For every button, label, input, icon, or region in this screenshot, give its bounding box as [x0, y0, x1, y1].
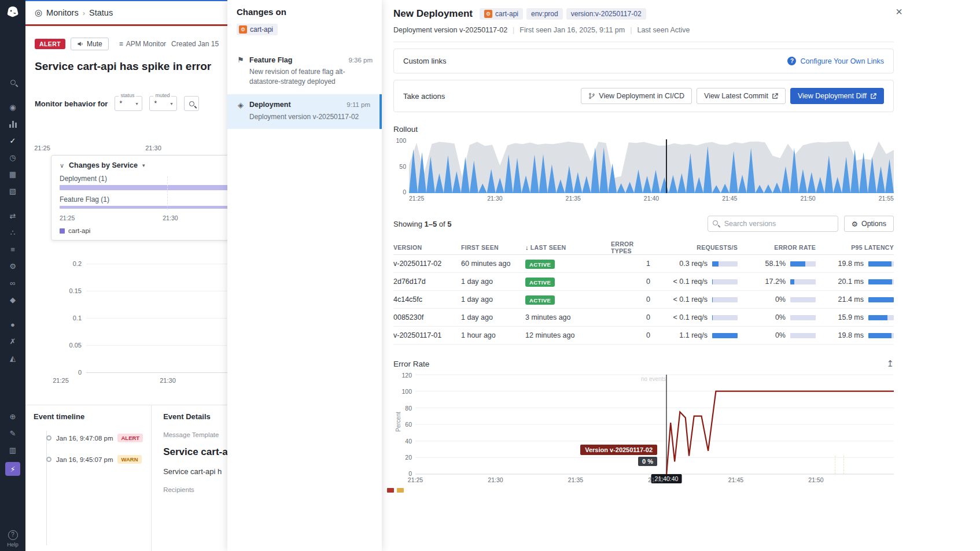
- status-filter-select[interactable]: status * ▾: [115, 96, 142, 111]
- metrics-icon[interactable]: [6, 119, 19, 129]
- breadcrumb-monitors[interactable]: Monitors: [46, 8, 79, 17]
- service-map-icon[interactable]: ∴: [6, 228, 19, 238]
- col-error-rate[interactable]: ERROR RATE: [738, 244, 816, 251]
- watchdog-icon[interactable]: ◉: [6, 102, 19, 112]
- version-cell[interactable]: v-20250117-01: [393, 331, 461, 339]
- col-error-types[interactable]: ERROR TYPES: [611, 241, 650, 254]
- error-rate-plot-area[interactable]: no events Version v-20250117-02 0 %: [415, 375, 894, 474]
- version-cell[interactable]: 0085230f: [393, 313, 461, 321]
- table-row[interactable]: v-20250117-01 1 hour ago 12 minutes ago …: [393, 327, 894, 345]
- help-button[interactable]: ? Help: [0, 530, 25, 548]
- service-tag[interactable]: ⚙ cart-api: [480, 8, 523, 20]
- software-delivery-icon[interactable]: ⚡: [5, 462, 20, 476]
- mute-button[interactable]: Mute: [71, 38, 109, 50]
- requests-bar: [712, 297, 738, 302]
- synthetics-icon[interactable]: ∞: [6, 278, 19, 288]
- divider: |: [513, 26, 514, 34]
- table-row[interactable]: 0085230f 1 day ago 3 minutes ago 0 < 0.1…: [393, 309, 894, 327]
- col-first-seen[interactable]: FIRST SEEN: [461, 244, 525, 251]
- error-rate-bar: [790, 261, 816, 267]
- version-tag[interactable]: version:v-20250117-02: [566, 8, 646, 20]
- env-tag[interactable]: env:prod: [526, 8, 563, 20]
- timeline-event[interactable]: Jan 16, 9:45:07 pm WARN: [46, 455, 143, 464]
- col-requests[interactable]: REQUESTS/S: [650, 244, 738, 251]
- rollout-plot-area[interactable]: [409, 139, 894, 193]
- notebooks-icon[interactable]: ✎: [6, 428, 19, 438]
- change-item-deployment[interactable]: ◈ Deployment 9:11 pm Deployment version …: [227, 94, 382, 129]
- p95-bar: [868, 261, 894, 267]
- service-tag[interactable]: ⚙ cart-api: [237, 24, 278, 35]
- error-tracking-icon[interactable]: ✗: [6, 336, 19, 346]
- x-tick: 21:35: [568, 476, 583, 483]
- timeline-event[interactable]: Jan 16, 9:47:08 pm ALERT: [46, 434, 143, 442]
- options-label: Options: [861, 220, 886, 228]
- options-button[interactable]: ⚙ Options: [844, 216, 894, 232]
- col-version[interactable]: VERSION: [393, 244, 461, 251]
- version-cell[interactable]: v-20250117-02: [393, 260, 461, 268]
- apm-icon[interactable]: ⇄: [6, 211, 19, 221]
- collapse-chevron-icon[interactable]: ∨: [60, 162, 64, 169]
- feature-flag-lane-bar[interactable]: [60, 206, 227, 209]
- error-rate-bar: [790, 279, 816, 284]
- table-row[interactable]: 2d76d17d 1 day ago ACTIVE 0 < 0.1 req/s …: [393, 273, 894, 291]
- rum-icon[interactable]: ●: [6, 320, 19, 330]
- error-rate-value: 17.2%: [765, 278, 786, 286]
- export-icon[interactable]: ↥: [886, 358, 894, 369]
- rollout-chart[interactable]: 100 50 0: [393, 139, 894, 193]
- error-types-cell: 0: [611, 278, 650, 286]
- requests-value: 0.3 req/s: [679, 260, 708, 268]
- sidebar-nav: ◉ ✓ ◷ ▦ ▧ ⇄ ∴ ≡ ⚙ ∞ ◆ ● ✗ ◭ ⊕ ✎ ▥ ⚡ ? He…: [0, 0, 25, 551]
- changes-by-service-card: ∨ Changes by Service ▾ Deployment (1) Fe…: [51, 155, 227, 241]
- x-tick: 21:50: [800, 195, 815, 202]
- deployment-lane-bar[interactable]: [60, 185, 227, 190]
- col-p95[interactable]: P95 LATENCY: [816, 244, 894, 251]
- change-description: New revision of feature flag alt-datasto…: [249, 67, 373, 87]
- monitors-icon[interactable]: ✓: [6, 136, 19, 146]
- y-tick: 50: [393, 163, 406, 170]
- security-icon[interactable]: ◆: [6, 295, 19, 305]
- event-details-heading: Service cart-a: [163, 446, 227, 458]
- button-label: View Deployment Diff: [798, 92, 867, 100]
- close-icon[interactable]: ×: [892, 5, 906, 19]
- configure-links-button[interactable]: ? Configure Your Own Links: [787, 57, 884, 65]
- containers-icon[interactable]: ▧: [6, 186, 19, 196]
- change-item-feature-flag[interactable]: ⚑ Feature Flag 9:36 pm New revision of f…: [227, 49, 382, 94]
- muted-filter-select[interactable]: muted * ▾: [149, 96, 177, 111]
- configure-links-label: Configure Your Own Links: [800, 57, 884, 65]
- integrations-icon[interactable]: ⊕: [6, 412, 19, 421]
- ci-pipelines-icon[interactable]: ⚙: [6, 261, 19, 271]
- version-cell[interactable]: 2d76d17d: [393, 278, 461, 286]
- y-tick: 0: [57, 369, 82, 376]
- profiling-icon[interactable]: ◭: [6, 353, 19, 363]
- version-cell[interactable]: 4c14c5fc: [393, 295, 461, 304]
- breadcrumb-status[interactable]: Status: [89, 8, 113, 17]
- infrastructure-icon[interactable]: ▦: [6, 169, 19, 179]
- error-types-cell: 0: [611, 313, 650, 321]
- logs-icon[interactable]: ≡: [6, 245, 19, 254]
- change-time: 9:36 pm: [348, 57, 373, 64]
- search-icon: [189, 101, 194, 106]
- first-seen-cell: 1 day ago: [461, 295, 525, 304]
- event-timeline-title: Event timeline: [34, 412, 143, 421]
- muted-filter-label: muted: [153, 93, 171, 98]
- view-deployment-diff-button[interactable]: View Deployment Diff: [790, 88, 884, 104]
- events-icon[interactable]: ◷: [6, 153, 19, 162]
- view-latest-commit-button[interactable]: View Latest Commit: [697, 88, 786, 104]
- event-marker-dashed: [835, 456, 835, 474]
- table-row[interactable]: 4c14c5fc 1 day ago ACTIVE 0 < 0.1 req/s …: [393, 291, 894, 309]
- col-last-seen[interactable]: ↓LAST SEEN: [525, 244, 611, 251]
- event-details-body: Service cart-api h: [163, 467, 227, 476]
- view-deployment-cicd-button[interactable]: View Deployment in CI/CD: [581, 88, 692, 104]
- error-rate-chart[interactable]: Percent 120 100 80 60 40 20 0: [393, 372, 894, 505]
- datadog-logo-icon[interactable]: [5, 5, 20, 20]
- chart-search-button[interactable]: [184, 96, 199, 111]
- search-icon[interactable]: [6, 77, 19, 87]
- changes-by-service-header[interactable]: ∨ Changes by Service ▾: [60, 161, 227, 169]
- rollout-x-axis: 21:25 21:30 21:35 21:40 21:45 21:50 21:5…: [409, 195, 894, 202]
- event-marker-dashed: [843, 456, 844, 474]
- requests-value: < 0.1 req/s: [673, 295, 708, 304]
- workflows-icon[interactable]: ▥: [6, 445, 19, 455]
- created-label: Created Jan 15: [171, 40, 219, 48]
- table-row[interactable]: v-20250117-02 60 minutes ago ACTIVE 1 0.…: [393, 255, 894, 273]
- search-versions-input[interactable]: [708, 216, 838, 232]
